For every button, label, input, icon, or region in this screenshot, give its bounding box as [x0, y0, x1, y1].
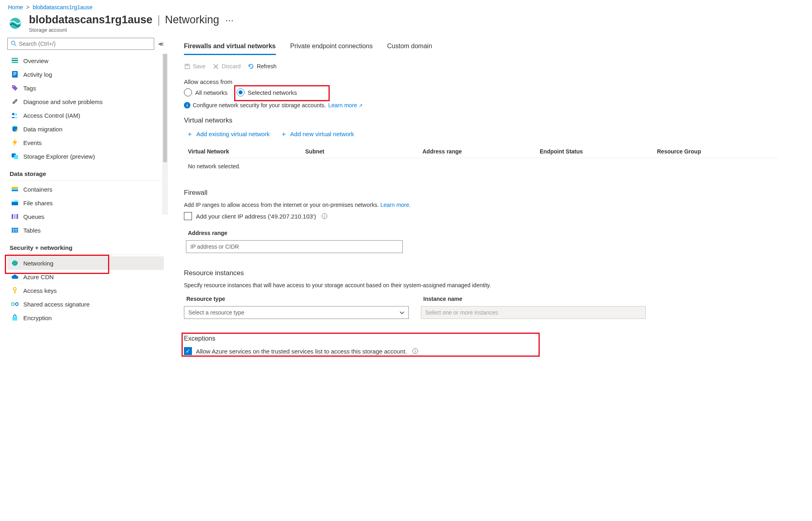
sidebar-item-encryption[interactable]: Encryption — [7, 311, 164, 325]
sidebar-item-events[interactable]: Events — [7, 136, 164, 149]
sidebar-item-label: Overview — [23, 57, 49, 64]
exceptions-heading: Exceptions — [184, 335, 804, 342]
vnet-heading: Virtual networks — [184, 116, 804, 125]
sidebar-scrollbar[interactable] — [162, 54, 168, 215]
save-button[interactable]: Save — [184, 63, 206, 69]
svg-point-32 — [12, 303, 14, 306]
containers-icon — [11, 186, 18, 193]
resource-type-label: Storage account — [29, 27, 237, 33]
sidebar-item-tables[interactable]: Tables — [7, 223, 164, 237]
discard-button[interactable]: Discard — [213, 63, 241, 69]
svg-rect-21 — [14, 214, 16, 219]
sidebar-item-sas[interactable]: Shared access signature — [7, 297, 164, 311]
toolbar-label: Discard — [222, 63, 241, 69]
breadcrumb-separator: > — [26, 4, 29, 10]
sidebar-item-label: Containers — [23, 186, 53, 193]
select-placeholder: Select one or more instances — [425, 309, 498, 316]
firewall-learn-more-link[interactable]: Learn more. — [380, 202, 410, 208]
section-header-security-networking: Security + networking — [7, 237, 164, 254]
chevron-down-icon — [400, 309, 404, 316]
svg-line-2 — [14, 44, 16, 46]
tag-icon — [11, 84, 18, 92]
close-icon — [213, 63, 219, 69]
more-actions-button[interactable]: ··· — [222, 17, 237, 25]
tab-private-endpoints[interactable]: Private endpoint connections — [290, 40, 373, 55]
sidebar-item-label: Storage Explorer (preview) — [23, 153, 95, 160]
toolbar-label: Save — [193, 63, 206, 69]
svg-point-33 — [16, 303, 18, 306]
info-icon[interactable]: i — [412, 348, 418, 354]
title-separator: | — [157, 14, 160, 26]
section-header-data-storage: Data storage — [7, 163, 164, 180]
resource-type-select[interactable]: Select a resource type — [184, 306, 409, 319]
svg-point-10 — [13, 86, 14, 87]
sidebar-item-file-shares[interactable]: File shares — [7, 196, 164, 210]
sidebar-item-label: Queues — [23, 213, 45, 220]
sidebar-item-storage-explorer[interactable]: Storage Explorer (preview) — [7, 149, 164, 163]
sidebar-item-access-keys[interactable]: Access keys — [7, 284, 164, 297]
search-icon — [11, 41, 16, 47]
col-header-subnet: Subnet — [305, 148, 422, 155]
sidebar-item-queues[interactable]: Queues — [7, 210, 164, 223]
svg-rect-22 — [16, 214, 18, 219]
sidebar-item-label: Activity log — [23, 71, 52, 78]
allow-trusted-services-checkbox[interactable]: ✓ — [184, 347, 192, 355]
svg-point-11 — [12, 113, 14, 115]
sidebar-item-azure-cdn[interactable]: Azure CDN — [7, 270, 164, 284]
info-icon[interactable]: i — [322, 213, 327, 219]
sidebar-search-input[interactable] — [19, 41, 151, 47]
key-icon — [11, 287, 18, 294]
refresh-button[interactable]: Refresh — [248, 63, 276, 69]
radio-selected-networks[interactable]: Selected networks — [237, 88, 297, 96]
firewall-heading: Firewall — [184, 189, 804, 197]
tab-custom-domain[interactable]: Custom domain — [387, 40, 432, 55]
save-icon — [184, 63, 190, 69]
sidebar-item-label: Networking — [23, 260, 53, 267]
sidebar-item-label: Shared access signature — [23, 301, 90, 308]
lightning-icon — [11, 139, 18, 146]
sidebar-item-containers[interactable]: Containers — [7, 182, 164, 196]
collapse-sidebar-button[interactable]: ≪ — [158, 41, 164, 47]
sidebar-item-networking[interactable]: Networking — [7, 256, 164, 270]
configure-hint-text: Configure network security for your stor… — [193, 102, 326, 108]
sidebar-item-activity-log[interactable]: Activity log — [7, 67, 164, 81]
sidebar-item-tags[interactable]: Tags — [7, 81, 164, 95]
add-existing-vnet-button[interactable]: ＋ Add existing virtual network — [186, 129, 270, 139]
svg-rect-20 — [12, 214, 13, 219]
radio-label: Selected networks — [248, 89, 297, 96]
people-icon — [11, 112, 18, 119]
address-range-input[interactable] — [186, 240, 403, 253]
storage-explorer-icon — [11, 153, 18, 160]
sidebar-search-box[interactable] — [7, 38, 154, 50]
sidebar-item-overview[interactable]: Overview — [7, 54, 164, 67]
radio-all-networks[interactable]: All networks — [184, 88, 228, 96]
wrench-icon — [11, 98, 18, 105]
storage-account-icon — [8, 16, 22, 31]
add-new-vnet-button[interactable]: ＋ Add new virtual network — [280, 129, 354, 139]
info-icon: i — [184, 102, 190, 108]
svg-rect-7 — [13, 72, 16, 73]
link-label: Add existing virtual network — [196, 131, 270, 137]
breadcrumb-resource-link[interactable]: blobdatascans1rg1ause — [33, 4, 93, 10]
sidebar-item-label: Diagnose and solve problems — [23, 98, 103, 105]
sidebar-item-label: Access keys — [23, 287, 57, 294]
sidebar: ≪ Overview Activity log Tags Diagnose an… — [7, 38, 168, 371]
add-client-ip-checkbox[interactable] — [184, 212, 192, 220]
breadcrumb-home-link[interactable]: Home — [8, 4, 23, 10]
firewall-desc-text: Add IP ranges to allow access from the i… — [184, 202, 379, 208]
allow-trusted-services-label: Allow Azure services on the trusted serv… — [196, 348, 407, 355]
folder-icon — [11, 199, 18, 206]
external-link-icon: ↗ — [359, 103, 363, 108]
sidebar-item-data-migration[interactable]: Data migration — [7, 122, 164, 136]
sidebar-item-iam[interactable]: Access Control (IAM) — [7, 108, 164, 122]
plus-icon: ＋ — [280, 129, 287, 139]
svg-rect-15 — [14, 155, 18, 159]
resource-instances-desc: Specify resource instances that will hav… — [184, 282, 804, 288]
sidebar-item-diagnose[interactable]: Diagnose and solve problems — [7, 95, 164, 108]
sidebar-item-label: Events — [23, 139, 42, 146]
tab-firewalls-vnets[interactable]: Firewalls and virtual networks — [184, 40, 276, 55]
svg-rect-19 — [12, 202, 18, 205]
sidebar-item-label: File shares — [23, 200, 53, 206]
cloud-icon — [11, 273, 18, 280]
learn-more-link[interactable]: Learn more ↗ — [328, 102, 363, 108]
